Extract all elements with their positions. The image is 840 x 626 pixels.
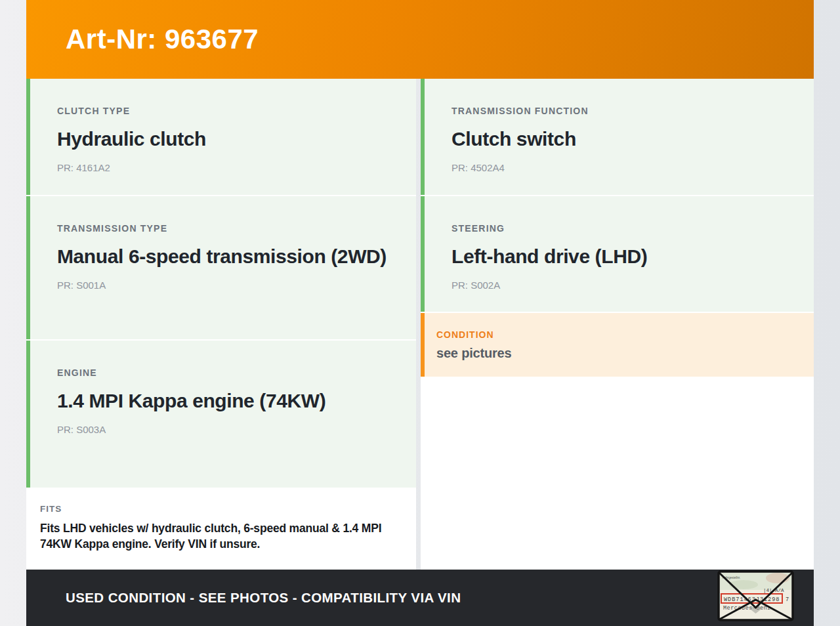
spec-pr-code: PR: 4161A2	[57, 162, 398, 173]
spec-grid: CLUTCH TYPE Hydraulic clutch PR: 4161A2 …	[26, 79, 814, 570]
spec-pr-code: PR: 4502A4	[452, 162, 795, 173]
spec-label: ENGINE	[57, 367, 398, 378]
footer-notice-text: USED CONDITION - SEE PHOTOS - COMPATIBIL…	[66, 590, 461, 606]
spec-label: TRANSMISSION FUNCTION	[452, 106, 795, 116]
spec-card-steering: STEERING Left-hand drive (LHD) PR: S002A	[421, 196, 814, 312]
spec-pr-code: PR: S003A	[57, 424, 398, 435]
spec-value: 1.4 MPI Kappa engine (74KW)	[57, 386, 398, 415]
condition-value: see pictures	[436, 346, 801, 361]
listing-page: Art-Nr: 963677 CLUTCH TYPE Hydraulic clu…	[0, 0, 840, 626]
article-number-title: Art-Nr: 963677	[66, 24, 259, 55]
spec-value: Clutch switch	[452, 125, 795, 153]
vin-document-envelope-image: Fahrgestellnr. |4| A/A WDB71463J31298 7 …	[717, 570, 794, 621]
right-column: TRANSMISSION FUNCTION Clutch switch PR: …	[421, 79, 814, 570]
spec-label: STEERING	[452, 223, 795, 234]
spec-value: Hydraulic clutch	[57, 125, 398, 153]
envelope-icon: Fahrgestellnr. |4| A/A WDB71463J31298 7 …	[717, 570, 794, 621]
spec-card-engine: ENGINE 1.4 MPI Kappa engine (74KW) PR: S…	[26, 341, 416, 488]
fits-label: FITS	[40, 504, 400, 514]
spec-card-clutch-type: CLUTCH TYPE Hydraulic clutch PR: 4161A2	[26, 79, 416, 195]
spec-card-transmission-function: TRANSMISSION FUNCTION Clutch switch PR: …	[421, 79, 814, 195]
footer-banner: USED CONDITION - SEE PHOTOS - COMPATIBIL…	[26, 570, 814, 626]
spec-label: CLUTCH TYPE	[57, 106, 398, 116]
brand-text: Mercedes-Benz	[723, 605, 771, 612]
vin-tail-text: 7	[786, 596, 789, 603]
fits-card: FITS Fits LHD vehicles w/ hydraulic clut…	[26, 489, 416, 568]
spec-value: Manual 6-speed transmission (2WD)	[57, 242, 398, 270]
fits-description: Fits LHD vehicles w/ hydraulic clutch, 6…	[40, 520, 400, 552]
spec-pr-code: PR: S002A	[452, 280, 795, 291]
spec-card-transmission-type: TRANSMISSION TYPE Manual 6-speed transmi…	[26, 196, 416, 339]
spec-value: Left-hand drive (LHD)	[452, 242, 795, 270]
left-column: CLUTCH TYPE Hydraulic clutch PR: 4161A2 …	[26, 79, 416, 570]
spec-label: TRANSMISSION TYPE	[57, 223, 398, 234]
condition-label: CONDITION	[436, 329, 801, 340]
empty-area	[421, 378, 814, 570]
header-banner: Art-Nr: 963677	[26, 0, 814, 79]
spec-pr-code: PR: S001A	[57, 280, 398, 291]
condition-card: CONDITION see pictures	[421, 313, 814, 377]
